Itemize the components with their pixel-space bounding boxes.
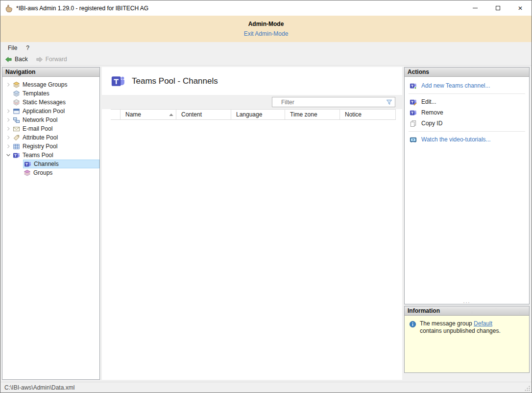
navigation-header: Navigation [2, 68, 99, 77]
registry-pool-icon [13, 143, 21, 150]
menu-help[interactable]: ? [22, 43, 34, 53]
close-button[interactable]: ✕ [509, 0, 532, 16]
app-window: *IBI-aws Admin 1.29.0 - registered for I… [0, 0, 532, 393]
maximize-icon [496, 6, 500, 10]
nav-item-registry-pool[interactable]: Registry Pool [2, 142, 99, 151]
column-header-notice[interactable]: Notice [340, 110, 396, 119]
column-header-timezone[interactable]: Time zone [285, 110, 340, 119]
nav-item-channels[interactable]: Channels [2, 160, 99, 168]
forward-arrow-icon [36, 56, 43, 63]
chevron-right-icon[interactable] [4, 126, 12, 132]
panel-splitter-handle[interactable]: ... [405, 299, 529, 304]
message-groups-icon [13, 81, 21, 89]
action-label: Watch the video-tutorials... [421, 136, 491, 143]
chevron-right-icon[interactable] [4, 108, 12, 114]
nav-item-attribute-pool[interactable]: Attribute Pool [2, 133, 99, 142]
actions-header: Actions [405, 68, 529, 77]
nav-item-label: Groups [33, 169, 52, 176]
nav-item-label: Teams Pool [23, 152, 53, 159]
filter-strip [102, 95, 402, 109]
column-label: Name [125, 111, 141, 118]
teams-remove-icon [410, 109, 417, 116]
nav-item-email-pool[interactable]: E-mail Pool [2, 124, 99, 133]
information-header: Information [405, 306, 529, 316]
navigation-panel: Navigation Message Groups Templates Stat… [2, 67, 100, 380]
resize-grip[interactable] [524, 385, 531, 392]
teams-title-icon [111, 74, 125, 89]
back-label: Back [15, 56, 28, 63]
teams-channels-icon [24, 161, 32, 168]
nav-item-message-groups[interactable]: Message Groups [2, 80, 99, 89]
copy-icon [410, 120, 417, 127]
network-pool-icon [13, 116, 21, 124]
nav-item-static-messages[interactable]: Static Messages [2, 98, 99, 107]
teams-add-icon [410, 82, 417, 90]
action-watch-video-tutorials[interactable]: Watch the video-tutorials... [405, 134, 529, 145]
window-title: *IBI-aws Admin 1.29.0 - registered for I… [16, 5, 148, 12]
menu-file[interactable]: File [3, 43, 22, 53]
minimize-icon [473, 8, 478, 8]
column-label: Time zone [290, 111, 317, 118]
exit-admin-mode-link[interactable]: Exit Admin-Mode [244, 30, 289, 37]
teams-edit-icon [410, 98, 417, 106]
information-panel: Information The message group Default co… [404, 306, 530, 373]
maximize-button[interactable] [486, 0, 509, 16]
nav-item-label: Network Pool [23, 116, 57, 123]
column-label: Notice [345, 111, 362, 118]
nav-item-groups[interactable]: Groups [2, 168, 99, 177]
column-header-content[interactable]: Content [176, 110, 231, 119]
chevron-right-icon[interactable] [4, 143, 12, 149]
nav-item-teams-pool[interactable]: Teams Pool [2, 151, 99, 160]
info-icon [409, 321, 416, 328]
action-edit[interactable]: Edit... [405, 96, 529, 107]
nav-item-label: Templates [23, 90, 49, 97]
navigation-tree: Message Groups Templates Static Messages… [2, 77, 99, 177]
titlebar: *IBI-aws Admin 1.29.0 - registered for I… [0, 0, 532, 16]
forward-button[interactable]: Forward [36, 56, 67, 63]
admin-mode-banner: Admin-Mode Exit Admin-Mode [0, 16, 532, 42]
video-tutorial-icon [410, 136, 417, 143]
actions-panel: Actions Add new Teams channel... Edit. [404, 67, 530, 304]
action-add-teams-channel[interactable]: Add new Teams channel... [405, 80, 529, 91]
chevron-right-icon[interactable] [4, 117, 12, 123]
sort-ascending-icon [169, 114, 173, 116]
column-label: Language [236, 111, 262, 118]
statusbar: C:\IBI-aws\Admin\Data.xml [0, 382, 532, 393]
back-button[interactable]: Back [5, 56, 28, 63]
chevron-right-icon[interactable] [4, 135, 12, 140]
column-header-name[interactable]: Name [121, 110, 176, 119]
static-messages-icon [13, 99, 21, 106]
page-title: Teams Pool - Channels [132, 76, 218, 86]
nav-item-label: Channels [34, 161, 59, 167]
filter-box [272, 97, 395, 107]
table-header: Name Content Language Time zone Notice [111, 109, 396, 120]
nav-item-label: Application Pool [23, 108, 65, 115]
table-body-empty [102, 120, 402, 380]
application-pool-icon [13, 108, 21, 115]
nav-item-label: Static Messages [23, 99, 66, 106]
nav-item-label: Message Groups [23, 81, 67, 88]
admin-mode-title: Admin-Mode [248, 21, 284, 27]
info-text-after: contains unpublished changes. [420, 327, 501, 334]
separator [409, 131, 525, 132]
information-message: The message group Default contains unpub… [420, 320, 516, 369]
filter-funnel-icon[interactable] [386, 98, 393, 106]
column-header-language[interactable]: Language [231, 110, 285, 119]
menubar: File ? [0, 42, 532, 53]
content-panel: Teams Pool - Channels Name Content Langu… [102, 67, 402, 380]
nav-item-application-pool[interactable]: Application Pool [2, 107, 99, 116]
attribute-pool-icon [13, 134, 21, 141]
separator [409, 93, 525, 94]
action-copy-id[interactable]: Copy ID [405, 118, 529, 129]
info-text-before: The message group [420, 320, 474, 327]
nav-item-templates[interactable]: Templates [2, 89, 99, 98]
minimize-button[interactable] [464, 0, 486, 16]
filter-input[interactable] [272, 99, 386, 106]
action-remove[interactable]: Remove [405, 107, 529, 118]
chevron-right-icon[interactable] [4, 82, 12, 88]
nav-item-network-pool[interactable]: Network Pool [2, 116, 99, 124]
actions-spacer [405, 145, 529, 299]
column-gutter [111, 110, 121, 119]
default-message-group-link[interactable]: Default [474, 320, 492, 327]
chevron-down-icon[interactable] [4, 152, 12, 158]
